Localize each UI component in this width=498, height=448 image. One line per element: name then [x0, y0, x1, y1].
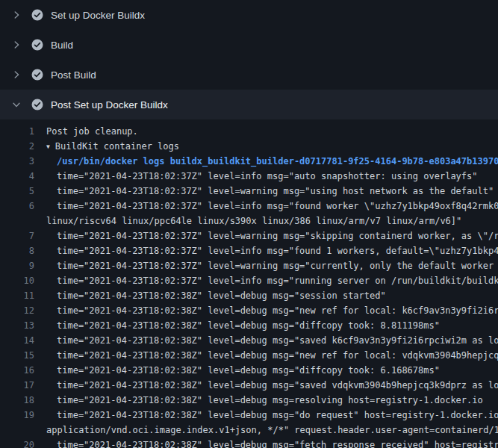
log-line: 7 time="2021-04-23T18:02:37Z" level=warn… [0, 228, 498, 243]
log-line: 4 time="2021-04-23T18:02:37Z" level=info… [0, 169, 498, 184]
line-number[interactable]: 16 [0, 363, 34, 378]
log-line: linux/riscv64 linux/ppc64le linux/s390x … [0, 214, 498, 228]
log-line: 8 time="2021-04-23T18:02:37Z" level=info… [0, 243, 498, 258]
line-number[interactable]: 4 [0, 169, 34, 184]
log-text: time="2021-04-23T18:02:38Z" level=debug … [46, 363, 440, 378]
log-text: time="2021-04-23T18:02:38Z" level=debug … [46, 408, 498, 423]
chevron-icon [10, 99, 22, 111]
line-number[interactable]: 1 [0, 124, 34, 139]
log-line: 16 time="2021-04-23T18:02:38Z" level=deb… [0, 363, 498, 378]
chevron-icon [10, 39, 22, 51]
log-text: time="2021-04-23T18:02:38Z" level=debug … [46, 333, 498, 348]
log-line: 2 ▼BuildKit container logs [0, 139, 498, 154]
log-text: time="2021-04-23T18:02:37Z" level=info m… [46, 243, 498, 258]
sections: Set up Docker Buildx Build P [0, 0, 498, 119]
log-text: time="2021-04-23T18:02:37Z" level=warnin… [46, 184, 494, 199]
log-line: 19 time="2021-04-23T18:02:38Z" level=deb… [0, 408, 498, 423]
log-text: Post job cleanup. [46, 124, 138, 139]
log-line: 18 time="2021-04-23T18:02:38Z" level=deb… [0, 393, 498, 408]
log-line: 3 /usr/bin/docker logs buildx_buildkit_b… [0, 154, 498, 169]
log-text: time="2021-04-23T18:02:37Z" level=warnin… [46, 228, 498, 243]
log-text: time="2021-04-23T18:02:38Z" level=debug … [46, 318, 440, 333]
step-header-build[interactable]: Build [0, 30, 498, 60]
log-line: 17 time="2021-04-23T18:02:38Z" level=deb… [0, 378, 498, 393]
step-title: Set up Docker Buildx [51, 10, 145, 21]
log-text: time="2021-04-23T18:02:38Z" level=debug … [46, 348, 498, 363]
step-header-set-up-docker-buildx[interactable]: Set up Docker Buildx [0, 0, 498, 30]
log-line: 5 time="2021-04-23T18:02:37Z" level=warn… [0, 184, 498, 199]
log-line: application/vnd.oci.image.index.v1+json,… [0, 423, 498, 438]
log-text: time="2021-04-23T18:02:38Z" level=debug … [46, 303, 498, 318]
step-title: Post Build [51, 69, 96, 81]
line-number[interactable]: 7 [0, 228, 34, 243]
line-number[interactable]: 20 [0, 438, 34, 448]
log-text: time="2021-04-23T18:02:38Z" level=debug … [46, 393, 483, 408]
line-number[interactable]: 10 [0, 273, 34, 288]
actions-log-viewer: Set up Docker Buildx Build P [0, 0, 498, 448]
log-line: 20 time="2021-04-23T18:02:38Z" level=deb… [0, 438, 498, 448]
log-text: time="2021-04-23T18:02:38Z" level=debug … [46, 378, 498, 393]
log-text: time="2021-04-23T18:02:38Z" level=debug … [46, 288, 386, 303]
line-number[interactable]: 13 [0, 318, 34, 333]
chevron-icon [10, 69, 22, 81]
log-text: time="2021-04-23T18:02:38Z" level=debug … [46, 438, 498, 448]
log-line: 15 time="2021-04-23T18:02:38Z" level=deb… [0, 348, 498, 363]
log-area: 1 Post job cleanup. 2 ▼BuildKit containe… [0, 119, 498, 448]
log-line: 13 time="2021-04-23T18:02:38Z" level=deb… [0, 318, 498, 333]
step-header-post-build[interactable]: Post Build [0, 60, 498, 90]
line-number[interactable]: 3 [0, 154, 34, 169]
line-number[interactable] [0, 214, 34, 228]
step-title: Build [51, 40, 73, 51]
line-number[interactable]: 15 [0, 348, 34, 363]
check-circle-icon [31, 69, 43, 81]
log-line: 6 time="2021-04-23T18:02:37Z" level=info… [0, 199, 498, 214]
log-text: time="2021-04-23T18:02:37Z" level=warnin… [46, 258, 498, 273]
step-title: Post Set up Docker Buildx [51, 99, 168, 111]
line-number[interactable]: 5 [0, 184, 34, 199]
line-number[interactable]: 11 [0, 288, 34, 303]
log-line: 11 time="2021-04-23T18:02:38Z" level=deb… [0, 288, 498, 303]
triangle-down-icon[interactable]: ▼ [46, 140, 50, 154]
line-number[interactable]: 18 [0, 393, 34, 408]
line-number[interactable]: 17 [0, 378, 34, 393]
log-line: 14 time="2021-04-23T18:02:38Z" level=deb… [0, 333, 498, 348]
log-text: linux/riscv64 linux/ppc64le linux/s390x … [46, 214, 461, 228]
line-number[interactable]: 6 [0, 199, 34, 214]
log-line: 9 time="2021-04-23T18:02:37Z" level=warn… [0, 258, 498, 273]
line-number[interactable] [0, 423, 34, 438]
log-text: time="2021-04-23T18:02:37Z" level=info m… [46, 169, 478, 184]
line-number[interactable]: 12 [0, 303, 34, 318]
chevron-icon [10, 9, 22, 21]
group-title[interactable]: BuildKit container logs [55, 141, 179, 152]
log-text: application/vnd.oci.image.index.v1+json,… [46, 423, 498, 438]
log-text: ▼BuildKit container logs [46, 139, 179, 154]
line-number[interactable]: 14 [0, 333, 34, 348]
log-line: 12 time="2021-04-23T18:02:38Z" level=deb… [0, 303, 498, 318]
log-line: 1 Post job cleanup. [0, 124, 498, 139]
log-text: /usr/bin/docker logs buildx_buildkit_bui… [46, 154, 498, 169]
check-circle-icon [31, 39, 43, 51]
line-number[interactable]: 19 [0, 408, 34, 423]
check-circle-icon [31, 99, 43, 111]
step-header-post-set-up-docker-buildx[interactable]: Post Set up Docker Buildx [0, 90, 498, 119]
log-text: time="2021-04-23T18:02:37Z" level=info m… [46, 273, 498, 288]
line-number[interactable]: 2 [0, 139, 34, 154]
line-number[interactable]: 8 [0, 243, 34, 258]
check-circle-icon [31, 9, 43, 21]
log-text: time="2021-04-23T18:02:37Z" level=info m… [46, 199, 498, 214]
line-number[interactable]: 9 [0, 258, 34, 273]
log-line: 10 time="2021-04-23T18:02:37Z" level=inf… [0, 273, 498, 288]
